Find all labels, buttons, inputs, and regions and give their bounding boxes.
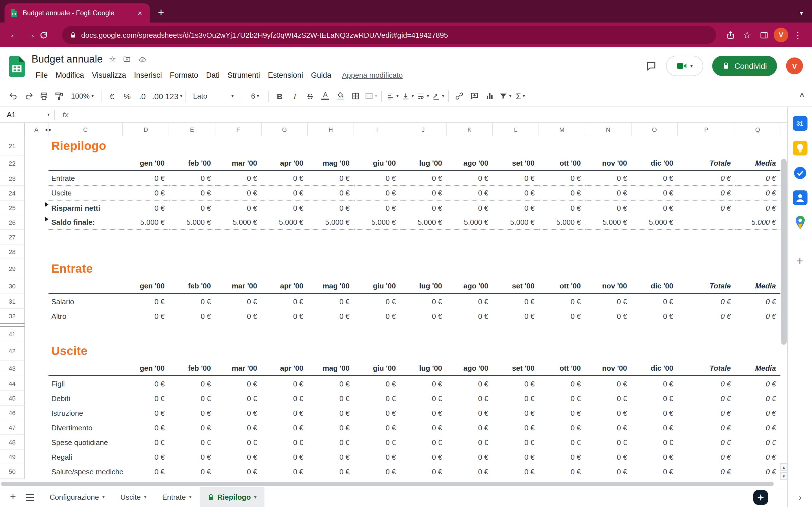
share-button[interactable]: Condividi bbox=[712, 56, 777, 76]
cell[interactable]: 0 € bbox=[215, 294, 262, 309]
row-header[interactable]: 44 bbox=[0, 376, 25, 391]
cell[interactable] bbox=[585, 230, 631, 244]
cell[interactable]: Regali bbox=[49, 450, 123, 464]
cell[interactable]: 0 € bbox=[215, 420, 262, 435]
cell[interactable]: 5.000 € bbox=[123, 215, 169, 230]
cell[interactable] bbox=[25, 391, 49, 406]
cell[interactable]: 0 € bbox=[585, 171, 631, 186]
cell[interactable]: 0 € bbox=[447, 186, 493, 201]
cell[interactable]: 0 € bbox=[308, 171, 354, 186]
cell[interactable]: 0 € bbox=[215, 450, 262, 464]
row-header[interactable]: 29 bbox=[0, 259, 25, 278]
cell[interactable] bbox=[493, 327, 539, 341]
spreadsheet-grid[interactable]: 21Riepilogo22gen '00feb '00mar '00apr '0… bbox=[0, 136, 787, 481]
cell[interactable] bbox=[539, 230, 585, 244]
month-header[interactable]: nov '00 bbox=[585, 360, 631, 376]
vertical-scrollbar-thumb[interactable] bbox=[781, 159, 786, 345]
cell[interactable]: 0 € bbox=[678, 464, 735, 479]
cell[interactable]: 0 € bbox=[400, 309, 447, 323]
cell[interactable] bbox=[308, 136, 354, 156]
cell[interactable]: 0 € bbox=[631, 376, 678, 391]
cell[interactable]: 0 € bbox=[539, 464, 585, 479]
month-header[interactable]: ott '00 bbox=[539, 360, 585, 376]
month-header[interactable]: dic '00 bbox=[631, 156, 678, 171]
cell[interactable] bbox=[123, 259, 169, 278]
cell[interactable]: 0 € bbox=[447, 420, 493, 435]
row-header[interactable] bbox=[0, 323, 25, 327]
keep-icon[interactable] bbox=[793, 141, 807, 156]
cell[interactable]: 0 € bbox=[585, 406, 631, 420]
cell[interactable] bbox=[678, 327, 735, 341]
cell[interactable]: 0 € bbox=[400, 435, 447, 450]
cell[interactable]: 0 € bbox=[123, 435, 169, 450]
cell[interactable] bbox=[262, 230, 308, 244]
forward-button[interactable]: → bbox=[22, 29, 40, 41]
column-header-F[interactable]: F bbox=[215, 123, 262, 136]
row-header[interactable]: 47 bbox=[0, 420, 25, 435]
vertical-align-button[interactable]: ▾ bbox=[400, 89, 415, 104]
month-header[interactable]: mar '00 bbox=[215, 278, 262, 294]
column-header-G[interactable]: G bbox=[262, 123, 308, 136]
cell[interactable]: 0 € bbox=[493, 391, 539, 406]
share-page-icon[interactable] bbox=[722, 31, 739, 39]
cell[interactable] bbox=[631, 327, 678, 341]
cell[interactable]: 0 € bbox=[539, 201, 585, 215]
cell[interactable] bbox=[539, 244, 585, 259]
cell[interactable]: 0 € bbox=[169, 435, 215, 450]
menu-dati[interactable]: Dati bbox=[202, 69, 223, 81]
bold-button[interactable]: B bbox=[272, 89, 287, 104]
media-header[interactable]: Media bbox=[735, 156, 780, 171]
cell[interactable] bbox=[400, 136, 447, 156]
insert-comment-button[interactable] bbox=[467, 89, 483, 104]
column-header-E[interactable]: E bbox=[169, 123, 215, 136]
cell[interactable]: 0 € bbox=[354, 309, 400, 323]
cell[interactable] bbox=[123, 341, 169, 360]
month-header[interactable]: mag '00 bbox=[308, 156, 354, 171]
cell[interactable]: 5.000 € bbox=[539, 215, 585, 230]
cell[interactable]: 0 € bbox=[539, 186, 585, 201]
cell[interactable] bbox=[49, 156, 123, 171]
paint-format-button[interactable] bbox=[51, 89, 66, 104]
cell[interactable] bbox=[215, 259, 262, 278]
row-header[interactable]: 41 bbox=[0, 327, 25, 341]
column-header-Q[interactable]: Q bbox=[735, 123, 780, 136]
cell[interactable] bbox=[25, 171, 49, 186]
move-folder-icon[interactable] bbox=[122, 55, 131, 63]
cell[interactable] bbox=[447, 244, 493, 259]
cell[interactable]: 0 € bbox=[678, 171, 735, 186]
cell[interactable]: 0 € bbox=[123, 309, 169, 323]
cell[interactable]: 0 € bbox=[308, 201, 354, 215]
cell[interactable] bbox=[735, 341, 780, 360]
cell[interactable]: 0 € bbox=[262, 186, 308, 201]
cell[interactable]: 0 € bbox=[169, 171, 215, 186]
cell[interactable]: 0 € bbox=[308, 450, 354, 464]
side-panel-icon[interactable] bbox=[756, 31, 772, 39]
cell[interactable]: 0 € bbox=[585, 376, 631, 391]
cell[interactable] bbox=[215, 230, 262, 244]
cell[interactable]: 0 € bbox=[735, 309, 780, 323]
cell[interactable] bbox=[262, 327, 308, 341]
cell[interactable]: 0 € bbox=[493, 420, 539, 435]
cell[interactable]: 0 € bbox=[262, 464, 308, 479]
cell[interactable]: 5.000 € bbox=[308, 215, 354, 230]
cell[interactable]: 0 € bbox=[262, 171, 308, 186]
font-size-select[interactable]: 6▾ bbox=[245, 89, 266, 104]
month-header[interactable]: giu '00 bbox=[354, 278, 400, 294]
browser-menu-icon[interactable]: ⋮ bbox=[790, 30, 806, 40]
cell[interactable]: 0 € bbox=[400, 391, 447, 406]
cell[interactable]: 0 € bbox=[447, 391, 493, 406]
cell[interactable] bbox=[585, 259, 631, 278]
cell[interactable]: 0 € bbox=[447, 201, 493, 215]
media-header[interactable]: Media bbox=[735, 360, 780, 376]
browser-avatar[interactable]: V bbox=[772, 27, 790, 42]
cell[interactable] bbox=[631, 341, 678, 360]
cell[interactable] bbox=[215, 136, 262, 156]
cell[interactable]: 0 € bbox=[354, 376, 400, 391]
cell[interactable]: 0 € bbox=[123, 464, 169, 479]
cell[interactable] bbox=[354, 244, 400, 259]
cell[interactable]: 0 € bbox=[735, 186, 780, 201]
cell[interactable]: 0 € bbox=[631, 309, 678, 323]
cell[interactable] bbox=[25, 230, 49, 244]
fill-color-button[interactable] bbox=[333, 89, 348, 104]
cell[interactable] bbox=[400, 244, 447, 259]
